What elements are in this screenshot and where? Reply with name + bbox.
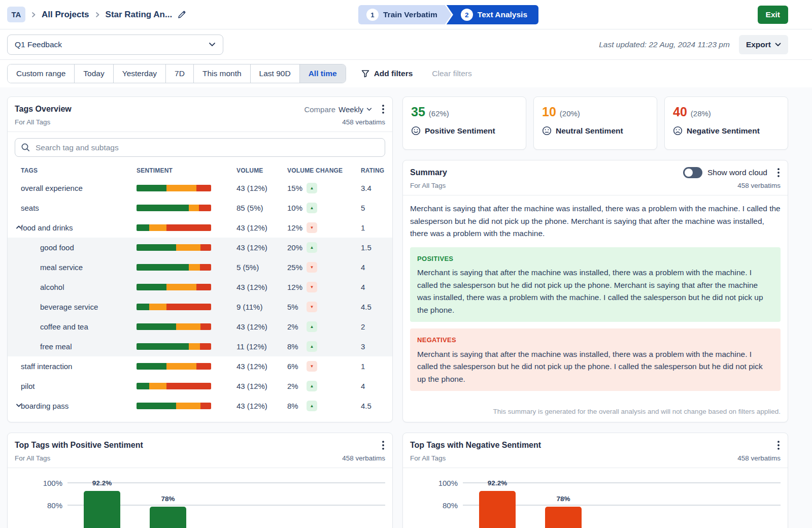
tag-name: seats — [21, 204, 39, 212]
kebab-menu-icon[interactable] — [776, 440, 781, 451]
positive-segment — [137, 323, 176, 330]
volume-change-arrow-icon: ▲ — [307, 321, 317, 332]
bar[interactable] — [545, 507, 582, 528]
neutral-segment — [149, 383, 166, 389]
sentiment-bar — [137, 403, 211, 409]
edit-pencil-icon[interactable] — [177, 10, 187, 19]
table-row[interactable]: staff interaction 43 (12%) 6% ▼ 1 — [8, 356, 392, 376]
panel-scope: For All Tags — [15, 118, 50, 126]
exit-button[interactable]: Exit — [758, 6, 788, 24]
sentiment-bar — [137, 343, 211, 350]
top-bar: TA All Projects Star Rating An... 1 Trai… — [0, 0, 812, 29]
chevron-up-icon[interactable] — [16, 224, 22, 230]
sentiment-bar — [137, 383, 211, 389]
table-row[interactable]: seats 85 (5%) 10% ▲ 5 — [8, 198, 392, 218]
step-label: Text Analysis — [478, 10, 527, 19]
negative-segment — [166, 224, 211, 231]
negative-segment — [166, 304, 211, 310]
app-logo[interactable]: TA — [7, 7, 25, 22]
sentiment-percent: (28%) — [691, 109, 711, 118]
table-row[interactable]: pilot 43 (12%) 2% ▲ 4 — [8, 376, 392, 396]
bar[interactable] — [84, 491, 120, 528]
step-number: 2 — [461, 9, 473, 21]
kebab-menu-icon[interactable] — [381, 104, 385, 115]
table-row[interactable]: overall experience 43 (12%) 15% ▲ 3.4 — [8, 178, 392, 198]
tag-name: staff interaction — [21, 362, 72, 371]
volume-value: 43 (12%) — [236, 362, 287, 371]
table-row[interactable]: coffee and tea 43 (12%) 2% ▲ 2 — [8, 317, 392, 337]
sentiment-bar — [137, 244, 211, 251]
funnel-icon — [361, 70, 369, 78]
volume-change-value: 20% — [287, 243, 307, 252]
negative-segment — [200, 403, 211, 409]
volume-change-arrow-icon: ▲ — [307, 341, 317, 352]
negative-tags-chart-panel: Top Tags with Negative Sentiment For All… — [402, 433, 788, 528]
main-content: Tags Overview Compare Weekly For All Tag — [0, 87, 812, 528]
volume-value: 43 (12%) — [236, 243, 287, 252]
table-row[interactable]: free meal 11 (12%) 8% ▲ 3 — [8, 337, 392, 356]
project-select[interactable]: Q1 Feedback — [7, 35, 223, 55]
step-number: 1 — [366, 9, 379, 21]
range-all-time[interactable]: All time — [299, 64, 346, 83]
negatives-block: NEGATIVES Merchant is saying that after … — [410, 328, 781, 391]
compare-dropdown[interactable]: Compare Weekly — [304, 105, 372, 114]
summary-panel: Summary Show word cloud For All Tags 458… — [402, 160, 788, 422]
volume-value: 43 (12%) — [236, 402, 287, 410]
export-button[interactable]: Export — [739, 35, 788, 54]
range-custom-range[interactable]: Custom range — [8, 64, 74, 83]
neutral-segment — [149, 224, 166, 231]
negatives-title: NEGATIVES — [417, 334, 773, 347]
bar-value-label: 78% — [148, 495, 188, 503]
table-row[interactable]: meal service 5 (5%) 25% ▼ 4 — [8, 257, 392, 277]
volume-change-value: 8% — [287, 342, 307, 351]
add-filters-button[interactable]: Add filters — [361, 69, 413, 78]
positives-block: POSITIVES Merchant is saying that after … — [410, 247, 781, 322]
positive-segment — [137, 363, 166, 370]
rating-value: 5 — [361, 204, 392, 212]
range-yesterday[interactable]: Yesterday — [113, 64, 165, 83]
step-label: Train Verbatim — [383, 10, 437, 19]
volume-change-arrow-icon: ▼ — [307, 262, 317, 273]
table-row[interactable]: boarding pass 43 (12%) 8% ▲ 4.5 — [8, 396, 392, 416]
bar[interactable] — [479, 491, 516, 528]
project-select-value: Q1 Feedback — [15, 40, 62, 49]
volume-change-value: 15% — [287, 184, 307, 192]
range-this-month[interactable]: This month — [193, 64, 250, 83]
kebab-menu-icon[interactable] — [381, 440, 385, 451]
word-cloud-toggle[interactable] — [683, 167, 702, 178]
table-row[interactable]: food and drinks 43 (12%) 12% ▼ 1 — [8, 218, 392, 238]
bar-chart: 100%80%92.2%78% — [8, 468, 392, 528]
positive-tags-chart-panel: Top Tags with Positive Sentiment For All… — [7, 433, 393, 528]
range-last-90d[interactable]: Last 90D — [250, 64, 299, 83]
search-input[interactable] — [15, 138, 385, 157]
table-row[interactable]: alcohol 43 (12%) 12% ▼ 4 — [8, 277, 392, 297]
negative-segment — [200, 264, 211, 271]
volume-value: 43 (12%) — [236, 322, 287, 331]
volume-change-arrow-icon: ▲ — [307, 242, 317, 253]
volume-value: 9 (11%) — [236, 303, 287, 311]
table-row[interactable]: beverage service 9 (11%) 5% ▼ 4.5 — [8, 297, 392, 317]
breadcrumb-all-projects[interactable]: All Projects — [42, 10, 89, 20]
chevron-down-icon[interactable] — [16, 403, 22, 408]
breadcrumb-project-name: Star Rating An... — [106, 10, 173, 20]
sentiment-bar — [137, 363, 211, 370]
positives-text: Merchant is saying that after the machin… — [417, 267, 773, 316]
rating-value: 3.4 — [361, 184, 392, 192]
neutral-segment — [166, 284, 196, 290]
negatives-text: Merchant is saying that after the machin… — [417, 348, 773, 386]
rating-value: 4 — [361, 283, 392, 291]
rating-value: 3 — [361, 342, 392, 351]
range-today[interactable]: Today — [74, 64, 113, 83]
positive-segment — [137, 244, 176, 251]
toolbar: Q1 Feedback Last updated: 22 Aug, 2024 1… — [0, 29, 812, 60]
range-7d[interactable]: 7D — [165, 64, 193, 83]
step-text-analysis[interactable]: 2 Text Analysis — [447, 5, 538, 24]
step-train-verbatim[interactable]: 1 Train Verbatim — [358, 5, 452, 24]
table-row[interactable]: good food 43 (12%) 20% ▲ 1.5 — [8, 238, 392, 257]
neutral-segment — [176, 323, 201, 330]
volume-change-value: 8% — [287, 402, 307, 410]
bar[interactable] — [150, 507, 186, 528]
rating-value: 4 — [361, 263, 392, 272]
clear-filters-button[interactable]: Clear filters — [432, 69, 471, 78]
kebab-menu-icon[interactable] — [776, 167, 781, 178]
